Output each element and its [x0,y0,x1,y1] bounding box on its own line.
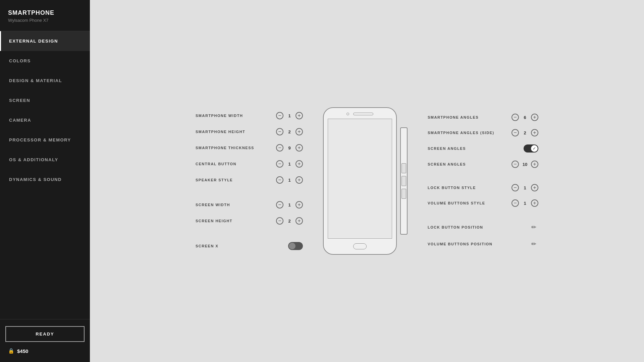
stepper-minus-speaker-style[interactable]: − [276,176,283,184]
stepper-screen-width: − 1 + [276,201,303,208]
stepper-plus-volume-buttons-style[interactable]: + [531,199,538,207]
stepper-minus-lock-button-style[interactable]: − [512,184,519,191]
stepper-value-smartphone-height: 2 [287,129,292,134]
left-controls-panel: SMARTPHONE WIDTH − 1 + SMARTPHONE HEIGHT… [196,109,303,253]
stepper-central-button: − 1 + [276,160,303,168]
phone-side-view [400,127,408,235]
toggle-screen-angles-toggle[interactable]: ✓ [524,144,538,153]
stepper-smartphone-thickness: − 9 + [276,144,303,152]
price-icon: 🔒 [8,348,14,354]
brand-title: SMARTPHONE [8,9,82,16]
phone-camera [346,113,349,115]
control-label-smartphone-angles: SMARTPHONE ANGLES [428,115,479,119]
stepper-minus-smartphone-angles[interactable]: − [512,114,519,121]
toggle-knob-screen-angles-toggle: ✓ [531,145,538,152]
stepper-value-screen-angles-stepper: 10 [522,162,528,167]
sidebar-item-camera[interactable]: CAMERA [0,110,90,130]
separator-right-6 [428,212,538,218]
control-label-smartphone-height: SMARTPHONE HEIGHT [196,130,245,134]
side-button-3 [401,189,406,199]
toggle-screen-x[interactable] [288,242,303,250]
stepper-minus-smartphone-height[interactable]: − [276,128,283,135]
stepper-minus-smartphone-width[interactable]: − [276,112,283,119]
separator-left-7 [196,230,303,237]
control-row-lock-button-position: LOCK BUTTON POSITION ✏ [428,220,538,235]
stepper-plus-lock-button-style[interactable]: + [531,184,538,191]
stepper-minus-screen-height[interactable]: − [276,217,283,225]
sidebar-item-external-design[interactable]: EXTERNAL DESIGN [0,31,90,51]
stepper-plus-screen-height[interactable]: + [296,217,303,225]
control-row-lock-button-style: LOCK BUTTON STYLE − 1 + [428,181,538,195]
control-label-smartphone-angles-side: SMARTPHONE ANGLES (SIDE) [428,131,494,135]
phone-illustration [323,107,408,255]
control-row-smartphone-angles-side: SMARTPHONE ANGLES (SIDE) − 2 + [428,126,538,140]
stepper-plus-speaker-style[interactable]: + [296,176,303,184]
stepper-plus-smartphone-angles-side[interactable]: + [531,129,538,136]
stepper-value-lock-button-style: 1 [522,185,528,190]
sidebar: SMARTPHONE Wylsacom Phone X7 EXTERNAL DE… [0,0,90,362]
stepper-plus-central-button[interactable]: + [296,160,303,168]
stepper-plus-smartphone-width[interactable]: + [296,112,303,119]
control-row-smartphone-angles: SMARTPHONE ANGLES − 6 + [428,110,538,124]
phone-top-bar [324,108,396,119]
toggle-knob-screen-x [289,243,296,249]
stepper-minus-smartphone-angles-side[interactable]: − [512,129,519,136]
stepper-minus-screen-width[interactable]: − [276,201,283,208]
stepper-value-smartphone-angles-side: 2 [522,130,528,135]
control-label-lock-button-style: LOCK BUTTON STYLE [428,186,476,190]
stepper-plus-smartphone-thickness[interactable]: + [296,144,303,152]
control-row-screen-angles-toggle: SCREEN ANGLES ✓ [428,141,538,156]
stepper-value-smartphone-angles: 6 [522,115,528,120]
stepper-value-smartphone-width: 1 [287,113,292,118]
stepper-lock-button-style: − 1 + [512,184,538,191]
side-button-1 [401,163,406,173]
stepper-smartphone-width: − 1 + [276,112,303,119]
stepper-minus-volume-buttons-style[interactable]: − [512,199,519,207]
control-label-volume-buttons-position: VOLUME BUTTONS POSITION [428,242,492,246]
stepper-speaker-style: − 1 + [276,176,303,184]
control-row-speaker-style: SPEAKER STYLE − 1 + [196,173,303,187]
stepper-plus-screen-width[interactable]: + [296,201,303,208]
ready-button[interactable]: READY [5,326,85,342]
control-row-volume-buttons-style: VOLUME BUTTONS STYLE − 1 + [428,196,538,210]
separator-left-5 [196,189,303,196]
control-label-screen-angles-stepper: SCREEN ANGLES [428,162,466,166]
phone-screen [328,119,392,239]
control-row-smartphone-width: SMARTPHONE WIDTH − 1 + [196,109,303,123]
price-value: $450 [17,348,28,354]
sidebar-item-os-additionaly[interactable]: OS & ADDITIONALY [0,150,90,170]
control-row-screen-angles-stepper: SCREEN ANGLES − 10 + [428,157,538,171]
edit-btn-lock-button-position[interactable]: ✏ [529,223,538,232]
phone-front [323,107,397,255]
phone-home-button [353,243,367,249]
content-area: SMARTPHONE WIDTH − 1 + SMARTPHONE HEIGHT… [90,0,644,362]
stepper-smartphone-angles: − 6 + [512,114,538,121]
stepper-plus-smartphone-angles[interactable]: + [531,114,538,121]
sidebar-item-dynamics-sound[interactable]: DYNAMICS & SOUND [0,170,90,189]
stepper-plus-screen-angles-stepper[interactable]: + [531,161,538,168]
sidebar-item-screen[interactable]: SCREEN [0,90,90,110]
stepper-smartphone-angles-side: − 2 + [512,129,538,136]
control-row-smartphone-thickness: SMARTPHONE THICKNESS − 9 + [196,141,303,155]
stepper-plus-smartphone-height[interactable]: + [296,128,303,135]
stepper-volume-buttons-style: − 1 + [512,199,538,207]
edit-btn-volume-buttons-position[interactable]: ✏ [529,240,538,248]
phone-speaker [353,113,373,115]
control-row-screen-width: SCREEN WIDTH − 1 + [196,198,303,212]
stepper-minus-central-button[interactable]: − [276,160,283,168]
sidebar-item-colors[interactable]: COLORS [0,51,90,71]
sidebar-item-design-material[interactable]: DESIGN & MATERIAL [0,71,90,90]
control-label-screen-width: SCREEN WIDTH [196,203,230,207]
stepper-minus-smartphone-thickness[interactable]: − [276,144,283,152]
control-row-central-button: CENTRAL BUTTON − 1 + [196,157,303,171]
control-row-smartphone-height: SMARTPHONE HEIGHT − 2 + [196,125,303,139]
control-row-volume-buttons-position: VOLUME BUTTONS POSITION ✏ [428,236,538,252]
stepper-smartphone-height: − 2 + [276,128,303,135]
nav-menu: EXTERNAL DESIGNCOLORSDESIGN & MATERIALSC… [0,31,90,319]
stepper-value-central-button: 1 [287,162,292,167]
sidebar-item-processor-memory[interactable]: PROCESSOR & MEMORY [0,130,90,150]
stepper-value-screen-width: 1 [287,202,292,207]
control-label-speaker-style: SPEAKER STYLE [196,178,233,182]
control-label-volume-buttons-style: VOLUME BUTTONS STYLE [428,201,485,205]
stepper-minus-screen-angles-stepper[interactable]: − [512,161,519,168]
